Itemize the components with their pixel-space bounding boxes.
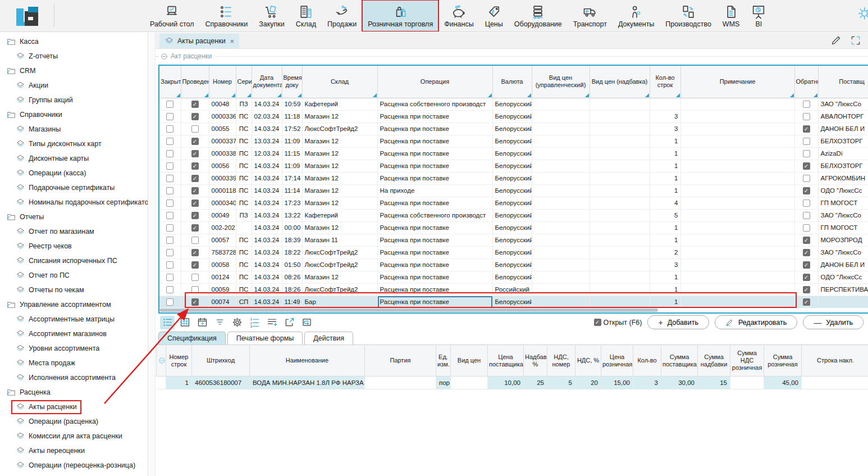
cell[interactable]: 11:09 <box>282 160 302 172</box>
table-row[interactable]: 0000339ПС14.03.2417:14Магазин 12Расценка… <box>159 172 868 184</box>
cell[interactable] <box>159 283 181 296</box>
cell[interactable]: 14.03.24 <box>252 184 282 197</box>
cell[interactable]: 18:26 <box>282 283 302 296</box>
cell[interactable] <box>181 234 209 246</box>
sort-triangle-icon[interactable] <box>488 93 492 97</box>
cell[interactable] <box>532 209 590 221</box>
cell[interactable] <box>159 197 181 209</box>
cell[interactable] <box>590 209 650 221</box>
list-view-icon[interactable] <box>160 316 175 329</box>
cell[interactable]: ГП МОГОСТ <box>818 221 868 234</box>
cell[interactable]: 7583728 <box>209 246 236 259</box>
checkbox-checked-icon[interactable] <box>191 249 199 256</box>
table-row[interactable]: 00048ПЗ14.03.2410:59КафетерийРасценка со… <box>159 98 868 110</box>
cell[interactable]: 1 <box>650 283 680 296</box>
cell[interactable]: 1 <box>650 135 680 147</box>
cell[interactable] <box>794 221 818 234</box>
sort-triangle-icon[interactable] <box>231 93 235 97</box>
checkbox-checked-icon[interactable] <box>803 261 810 269</box>
table-row[interactable]: 00049ПЗ14.03.2413:22КафетерийРасценка со… <box>159 209 868 221</box>
checkbox-checked-icon[interactable] <box>191 101 199 108</box>
cell[interactable]: СП <box>236 296 252 308</box>
cell[interactable] <box>680 246 794 259</box>
cell[interactable]: 5 <box>547 377 575 389</box>
cell[interactable]: 20 <box>575 377 601 389</box>
cell[interactable] <box>181 246 209 259</box>
cell[interactable] <box>794 98 818 110</box>
cell[interactable]: Белорусский <box>492 234 532 246</box>
cell[interactable]: Белорусский <box>492 296 532 308</box>
sidebar-item-0[interactable]: Касса <box>0 34 148 49</box>
cell[interactable] <box>590 271 650 283</box>
collapse-group-icon[interactable] <box>160 52 168 61</box>
cell[interactable]: 4 <box>650 197 680 209</box>
checkbox-icon[interactable] <box>166 261 173 269</box>
cell[interactable]: ПС <box>236 234 252 246</box>
cell[interactable] <box>590 98 650 110</box>
cell[interactable] <box>181 98 209 110</box>
cell[interactable]: 14.03.24 <box>252 160 282 172</box>
cell[interactable]: 14.03.24 <box>252 283 282 296</box>
cell[interactable] <box>680 221 794 234</box>
cell[interactable]: Расценка при поставке <box>377 123 492 135</box>
cell[interactable]: ЗАО "ЛюксСо <box>818 246 868 259</box>
cell[interactable] <box>159 184 181 197</box>
sidebar-item-8[interactable]: Дисконтные карты <box>0 151 148 166</box>
cell[interactable] <box>794 172 818 184</box>
cell[interactable]: Кафетерий <box>302 209 377 221</box>
cell[interactable]: 00124 <box>209 271 236 283</box>
cell[interactable] <box>590 259 650 271</box>
cell[interactable] <box>532 221 590 234</box>
cell[interactable]: 17:52 <box>282 123 302 135</box>
cell[interactable] <box>532 160 590 172</box>
cell[interactable]: 0000338 <box>209 147 236 160</box>
column-header[interactable]: Наименование <box>250 345 365 377</box>
cell[interactable]: ДАНОН БЕЛ И <box>818 123 868 135</box>
cell[interactable]: Расценка при поставке <box>377 135 492 147</box>
cell[interactable]: 30,00 <box>661 377 698 389</box>
cell[interactable]: 14.03.24 <box>252 296 282 308</box>
cell[interactable]: ПС <box>236 246 252 259</box>
cell[interactable] <box>680 283 794 296</box>
cell[interactable]: Магазин 12 <box>302 271 377 283</box>
checkbox-checked-icon[interactable] <box>191 175 199 182</box>
cell[interactable] <box>680 209 794 221</box>
cell[interactable]: Расценка при поставке <box>377 160 492 172</box>
cell[interactable] <box>590 246 650 259</box>
menu-item-1[interactable]: Справочники <box>199 0 253 31</box>
cell[interactable]: Белорусский <box>492 135 532 147</box>
cell[interactable] <box>680 184 794 197</box>
sort-triangle-icon[interactable] <box>814 93 817 97</box>
cell[interactable]: ОДО "ЛюксСс <box>818 184 868 197</box>
cell[interactable] <box>181 110 209 123</box>
cell[interactable]: 1 <box>166 377 192 389</box>
cell[interactable]: 00057 <box>209 234 236 246</box>
cell[interactable] <box>590 110 650 123</box>
column-header[interactable]: Проведен <box>181 66 209 98</box>
checkbox-checked-icon[interactable] <box>803 249 810 256</box>
cell[interactable] <box>794 246 818 259</box>
column-header[interactable]: Поставщ <box>818 66 868 98</box>
sort-triangle-icon[interactable] <box>645 93 649 97</box>
cell[interactable] <box>532 271 590 283</box>
cell[interactable]: 17:23 <box>282 197 302 209</box>
cell[interactable]: Белорусский <box>492 160 532 172</box>
cell[interactable]: Белорусский <box>492 246 532 259</box>
sidebar-item-19[interactable]: Ассортиментные матрицы <box>0 312 148 327</box>
checkbox-icon[interactable] <box>166 249 173 256</box>
edit-button[interactable]: Редактировать <box>715 315 797 329</box>
numbered-list-icon[interactable]: 123 <box>247 316 262 329</box>
checkbox-icon[interactable] <box>803 150 810 157</box>
cell[interactable]: 2 <box>650 246 680 259</box>
cell[interactable]: 14.03.24 <box>252 246 282 259</box>
cell[interactable] <box>532 98 590 110</box>
cell[interactable] <box>794 110 818 123</box>
cell[interactable]: 13:22 <box>282 209 302 221</box>
cell[interactable]: 3 <box>650 123 680 135</box>
sidebar-item-2[interactable]: CRM <box>0 64 148 78</box>
cell[interactable]: 11:18 <box>282 110 302 123</box>
cell[interactable]: 13.03.24 <box>252 135 282 147</box>
cell[interactable]: ГП МОГОСТ <box>818 197 868 209</box>
column-header[interactable]: Вид цен <box>451 345 488 377</box>
cell[interactable] <box>532 197 590 209</box>
